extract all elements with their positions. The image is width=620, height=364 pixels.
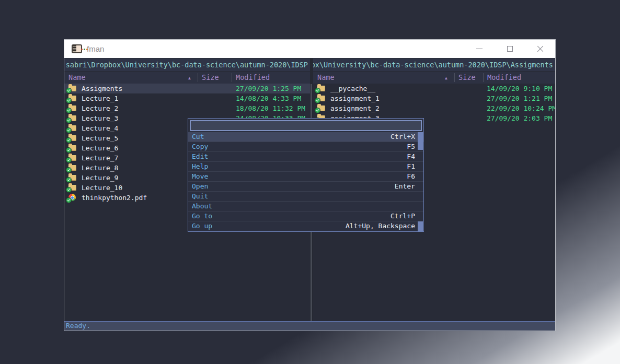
file-row[interactable]: assignment_222/09/20 10:24 PM — [313, 103, 555, 113]
palette-item-shortcut: Enter — [395, 182, 415, 191]
file-modified: 22/09/20 10:24 PM — [487, 103, 555, 113]
fman-app-icon — [72, 44, 82, 53]
folder-icon — [68, 185, 76, 191]
file-name: Lecture_10 — [82, 183, 122, 193]
file-modified: 14/09/20 9:10 PM — [487, 84, 552, 93]
folder-icon — [68, 165, 76, 171]
file-modified: 18/08/20 11:32 PM — [236, 103, 305, 113]
sync-check-icon — [66, 88, 71, 93]
file-name: Lecture_5 — [82, 133, 118, 143]
file-modified: 14/08/20 4:33 PM — [236, 93, 301, 103]
minimize-button[interactable] — [464, 40, 495, 58]
folder-icon — [68, 175, 76, 181]
folder-icon — [68, 145, 76, 151]
sync-check-icon — [315, 88, 320, 93]
file-name: assignment_2 — [330, 103, 380, 113]
folder-icon — [68, 115, 76, 121]
palette-item-label: Go up — [192, 221, 212, 231]
palette-item[interactable]: OpenEnter — [188, 182, 423, 192]
palette-scrollbar-thumb[interactable] — [418, 221, 423, 231]
column-modified[interactable]: Modified — [487, 72, 521, 84]
file-modified: 27/09/20 1:21 PM — [487, 93, 552, 103]
palette-scrollbar-thumb[interactable] — [418, 132, 423, 150]
folder-icon — [68, 135, 76, 141]
close-button[interactable] — [525, 40, 555, 58]
file-name: thinkpython2.pdf — [82, 193, 147, 203]
column-divider[interactable] — [483, 73, 484, 82]
command-palette-input[interactable] — [190, 120, 422, 131]
palette-item-shortcut: F6 — [407, 172, 415, 181]
left-path-bar[interactable]: sabri\Dropbox\University\bc-data-science… — [64, 58, 310, 72]
sync-check-icon — [66, 158, 71, 162]
palette-item-label: Copy — [192, 142, 208, 151]
folder-icon — [68, 155, 76, 161]
palette-item[interactable]: EditF4 — [188, 152, 423, 162]
close-icon — [537, 45, 544, 52]
sync-check-icon — [66, 178, 71, 182]
palette-item-label: Move — [192, 172, 208, 181]
sync-check-icon — [315, 108, 320, 113]
status-bar: Ready. — [64, 321, 555, 331]
file-modified: 27/09/20 1:25 PM — [236, 84, 301, 93]
right-path-bar[interactable]: ox\University\bc-data-science\autumn-202… — [313, 58, 555, 72]
folder-icon — [68, 96, 76, 101]
folder-icon — [317, 86, 325, 91]
column-name[interactable]: Name — [317, 72, 335, 84]
column-divider[interactable] — [454, 73, 455, 82]
window-controls — [464, 40, 555, 58]
sync-check-icon — [315, 98, 320, 103]
sync-check-icon — [66, 138, 71, 143]
palette-item[interactable]: Go toCtrl+P — [188, 212, 423, 221]
file-name: Lecture_1 — [82, 93, 118, 103]
palette-item[interactable]: Go upAlt+Up, Backspace — [188, 221, 423, 231]
palette-item-shortcut: Ctrl+P — [391, 212, 415, 221]
right-path-text: ox\University\bc-data-science\autumn-202… — [313, 58, 555, 71]
column-name[interactable]: Name — [68, 72, 86, 84]
command-palette: CutCtrl+XCopyF5EditF4HelpF1MoveF6OpenEnt… — [188, 118, 424, 232]
file-name: assignment_1 — [330, 93, 380, 103]
fman-icon-dots — [81, 49, 83, 50]
maximize-icon — [507, 46, 513, 52]
maximize-button[interactable] — [495, 40, 525, 58]
column-divider[interactable] — [232, 73, 232, 82]
file-row[interactable]: Lecture_218/08/20 11:32 PM — [64, 103, 310, 113]
file-row[interactable]: assignment_127/09/20 1:21 PM — [313, 93, 555, 103]
palette-item-label: Go to — [192, 212, 212, 221]
left-path-text: sabri\Dropbox\University\bc-data-science… — [64, 58, 310, 71]
file-name: Lecture_3 — [82, 113, 118, 123]
file-name: Lecture_2 — [82, 103, 118, 113]
palette-item-shortcut: Alt+Up, Backspace — [346, 221, 415, 231]
sync-check-icon — [66, 128, 71, 133]
chrome-pdf-icon — [68, 194, 76, 201]
palette-item-label: Quit — [192, 192, 208, 201]
fman-window: fman sabri\Dropbox\University\bc-data-sc… — [64, 39, 556, 331]
file-name: __pycache__ — [330, 84, 375, 93]
sync-check-icon — [66, 168, 71, 172]
palette-item[interactable]: MoveF6 — [188, 172, 423, 182]
folder-icon — [68, 125, 76, 131]
file-row[interactable]: Lecture_114/08/20 4:33 PM — [64, 93, 310, 103]
file-name: Lecture_9 — [82, 173, 118, 183]
titlebar: fman — [64, 40, 555, 58]
status-text: Ready. — [66, 322, 90, 330]
command-palette-list: CutCtrl+XCopyF5EditF4HelpF1MoveF6OpenEnt… — [188, 132, 423, 231]
column-modified[interactable]: Modified — [236, 72, 270, 84]
palette-item[interactable]: Quit — [188, 192, 423, 202]
left-column-header: Name ▲ Size Modified — [64, 72, 310, 84]
folder-icon — [317, 105, 325, 111]
sync-check-icon — [66, 198, 71, 203]
window-title: fman — [87, 44, 104, 53]
palette-item[interactable]: About — [188, 202, 423, 212]
palette-item[interactable]: HelpF1 — [188, 162, 423, 172]
palette-item[interactable]: CutCtrl+X — [188, 132, 423, 142]
file-row[interactable]: Assigments27/09/20 1:25 PM — [64, 84, 310, 93]
column-size[interactable]: Size — [458, 72, 476, 84]
file-row[interactable]: __pycache__14/09/20 9:10 PM — [313, 84, 555, 93]
palette-item[interactable]: CopyF5 — [188, 142, 423, 152]
palette-item-label: Open — [192, 182, 208, 191]
palette-item-label: About — [192, 202, 212, 211]
file-name: Lecture_7 — [82, 153, 118, 163]
column-size[interactable]: Size — [202, 72, 219, 84]
column-divider[interactable] — [198, 73, 198, 82]
sync-check-icon — [66, 98, 71, 103]
